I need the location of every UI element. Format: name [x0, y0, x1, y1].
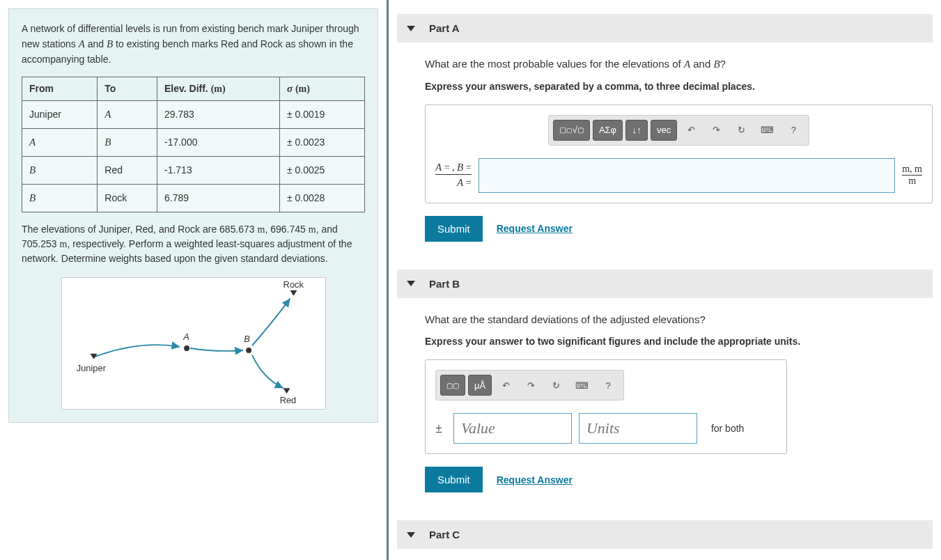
problem-panel: A network of differential levels is run …	[0, 0, 387, 560]
undo-button[interactable]: ↶	[680, 120, 702, 141]
cell-diff: 29.783	[157, 100, 279, 128]
units-symbols-button[interactable]: μÅ	[468, 375, 492, 396]
part-c-header[interactable]: Part C	[397, 520, 933, 549]
table-header-row: From To Elev. Diff. (m) σ (m)	[22, 77, 365, 100]
units-templates-button[interactable]: ▢▢	[440, 375, 465, 396]
chevron-down-icon	[407, 26, 415, 31]
cell-diff: 6.789	[157, 184, 279, 212]
templates-button[interactable]: ▢▢√▢	[553, 120, 590, 141]
th-to: To	[98, 77, 157, 100]
part-b-buttons: Submit Request Answer	[425, 467, 933, 492]
part-a-title: Part A	[429, 22, 460, 34]
table-row: B Rock 6.789 ± 0.0028	[22, 184, 365, 212]
cell-sigma: ± 0.0025	[279, 156, 364, 184]
svg-marker-4	[283, 388, 290, 394]
part-a-input-row: A = , B = A = m, m m	[435, 158, 922, 193]
part-a-suffix: m, m m	[902, 164, 922, 187]
svg-marker-3	[290, 290, 297, 295]
diagram-juniper-label: Juniper	[76, 362, 106, 373]
cell-from: Juniper	[22, 100, 98, 128]
reset-button[interactable]: ↻	[545, 375, 567, 396]
diagram-b-label: B	[244, 334, 250, 344]
part-a-instruction: Express your answers, separated by a com…	[425, 81, 933, 92]
cell-diff: -1.713	[157, 156, 279, 184]
part-b-units-input[interactable]	[579, 413, 697, 444]
cell-from: B	[22, 184, 98, 212]
th-from: From	[22, 77, 98, 100]
redo-button[interactable]: ↷	[520, 375, 542, 396]
part-b-request-link[interactable]: Request Answer	[497, 474, 573, 485]
answer-panel: Part A What are the most probable values…	[387, 0, 941, 560]
var-b: B	[107, 38, 113, 49]
cell-from: A	[22, 128, 98, 156]
cell-sigma: ± 0.0028	[279, 184, 364, 212]
diagram-a-label: A	[182, 332, 189, 342]
help-button[interactable]: ?	[597, 375, 619, 396]
part-b-instruction: Express your answer to two significant f…	[425, 336, 933, 347]
network-diagram: Juniper A B Rock Red	[61, 277, 326, 410]
vector-button[interactable]: vec	[651, 120, 677, 141]
keyboard-button[interactable]: ⌨	[755, 120, 779, 141]
greek-button[interactable]: ΑΣφ	[593, 120, 623, 141]
problem-intro: A network of differential levels is run …	[22, 22, 365, 67]
part-b-submit-button[interactable]: Submit	[425, 467, 483, 492]
plus-minus-label: ±	[435, 421, 442, 436]
part-a-answer-input[interactable]	[479, 158, 896, 193]
cell-sigma: ± 0.0023	[279, 128, 364, 156]
part-b-body: What are the standard deviations of the …	[397, 298, 933, 507]
part-a-buttons: Submit Request Answer	[425, 216, 933, 242]
cell-to: Rock	[98, 184, 157, 212]
part-b-suffix: for both	[711, 423, 744, 434]
svg-point-1	[184, 345, 189, 350]
part-a-answer-zone: ▢▢√▢ ΑΣφ ↓↑ vec ↶ ↷ ↻ ⌨ ? A = , B = A =	[425, 104, 933, 203]
redo-button[interactable]: ↷	[705, 120, 727, 141]
data-table: From To Elev. Diff. (m) σ (m) Juniper A …	[22, 77, 365, 212]
table-row: Juniper A 29.783 ± 0.0019	[22, 100, 365, 128]
part-a-request-link[interactable]: Request Answer	[497, 223, 573, 234]
cell-sigma: ± 0.0019	[279, 100, 364, 128]
part-c-title: Part C	[429, 529, 460, 540]
part-b-question: What are the standard deviations of the …	[425, 312, 933, 328]
help-button[interactable]: ?	[782, 120, 804, 141]
chevron-down-icon	[407, 532, 415, 538]
subscript-button[interactable]: ↓↑	[625, 120, 648, 141]
part-a-body: What are the most probable values for th…	[397, 42, 933, 256]
part-b-input-row: ± for both	[435, 413, 777, 444]
table-row: B Red -1.713 ± 0.0025	[22, 156, 365, 184]
cell-to: B	[98, 128, 157, 156]
undo-button[interactable]: ↶	[495, 375, 517, 396]
problem-box: A network of differential levels is run …	[8, 8, 378, 423]
th-sigma: σ (m)	[279, 77, 364, 100]
var-a: A	[79, 38, 85, 49]
th-diff: Elev. Diff. (m)	[157, 77, 279, 100]
part-b-answer-zone: ▢▢ μÅ ↶ ↷ ↻ ⌨ ? ± for both	[425, 359, 787, 454]
intro-mid: and	[85, 38, 107, 49]
chevron-down-icon	[407, 281, 415, 286]
problem-footer: The elevations of Juniper, Red, and Rock…	[22, 222, 365, 266]
part-b-header[interactable]: Part B	[397, 270, 933, 298]
diagram-red-label: Red	[279, 395, 296, 405]
reset-button[interactable]: ↻	[730, 120, 752, 141]
part-a-submit-button[interactable]: Submit	[425, 216, 483, 242]
equation-toolbar: ▢▢√▢ ΑΣφ ↓↑ vec ↶ ↷ ↻ ⌨ ?	[548, 115, 810, 146]
cell-from: B	[22, 156, 98, 184]
part-b-title: Part B	[429, 278, 460, 290]
keyboard-button[interactable]: ⌨	[570, 375, 594, 396]
units-toolbar: ▢▢ μÅ ↶ ↷ ↻ ⌨ ?	[435, 370, 624, 400]
part-b-value-input[interactable]	[453, 413, 572, 444]
table-row: A B -17.000 ± 0.0023	[22, 128, 365, 156]
svg-point-2	[246, 347, 251, 352]
cell-diff: -17.000	[157, 128, 279, 156]
cell-to: Red	[98, 156, 157, 184]
part-a-question: What are the most probable values for th…	[425, 56, 933, 72]
part-a-header[interactable]: Part A	[397, 14, 933, 42]
diagram-rock-label: Rock	[283, 279, 304, 289]
cell-to: A	[98, 100, 157, 128]
part-a-prefix: A = , B = A =	[435, 161, 472, 190]
